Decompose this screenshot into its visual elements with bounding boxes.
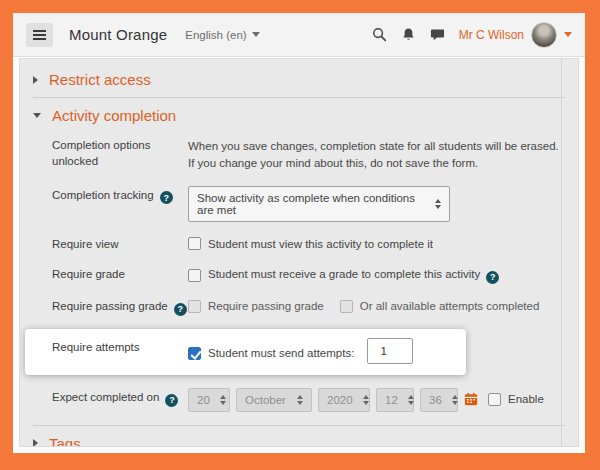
hour-select: 12 (376, 388, 414, 412)
selected-option: October (245, 394, 286, 406)
selected-option: 12 (385, 394, 398, 406)
calendar-icon[interactable] (464, 392, 478, 408)
require-grade-checkbox[interactable] (188, 269, 201, 282)
moodle-page: Mount Orange English (en) Mr C Wilson (13, 13, 585, 453)
messages-icon[interactable] (430, 27, 445, 42)
user-menu[interactable]: Mr C Wilson (459, 22, 572, 48)
require-attempts-checkbox[interactable] (188, 347, 201, 360)
day-select: 20 (188, 388, 230, 412)
completion-warning-text: When you save changes, completion state … (188, 138, 568, 173)
highlighted-require-attempts: Require attempts Student must send attem… (25, 329, 466, 375)
notifications-bell-icon[interactable] (401, 27, 416, 42)
site-title[interactable]: Mount Orange (69, 26, 167, 43)
expand-arrow-icon (33, 113, 41, 118)
minute-select: 36 (420, 388, 458, 412)
select-arrows-icon (220, 395, 226, 405)
select-arrows-icon (452, 395, 458, 405)
section-tags[interactable]: Tags (20, 428, 578, 447)
select-arrows-icon (363, 395, 369, 405)
select-arrows-icon (297, 395, 303, 405)
divider (33, 425, 565, 426)
month-select: October (236, 388, 312, 412)
row-completion-tracking: Completion tracking? Show activity as co… (20, 186, 578, 222)
field-label: Require passing grade (52, 300, 168, 312)
checkbox-label: Enable (508, 392, 544, 407)
scrollbar[interactable] (561, 59, 562, 446)
all-attempts-completed-checkbox (340, 300, 353, 313)
language-label: English (en) (185, 29, 246, 41)
selected-option: Show activity as complete when condition… (197, 192, 425, 216)
select-arrows-icon (435, 199, 441, 209)
language-menu[interactable]: English (en) (185, 29, 259, 41)
chevron-down-icon (564, 32, 572, 37)
avatar[interactable] (531, 22, 557, 48)
field-label: Require view (52, 235, 188, 253)
field-label: Require grade (52, 265, 188, 283)
section-restrict-access[interactable]: Restrict access (20, 64, 578, 95)
help-icon[interactable]: ? (160, 191, 173, 204)
menu-icon[interactable] (26, 23, 53, 47)
checkbox-label: Student must view this activity to compl… (208, 237, 433, 252)
settings-form: Restrict access Activity completion Comp… (19, 58, 579, 447)
collapse-arrow-icon (33, 439, 38, 447)
attempts-count-input[interactable] (367, 338, 413, 364)
row-require-view: Require view Student must view this acti… (20, 235, 578, 253)
screenshot-frame: Mount Orange English (en) Mr C Wilson (0, 0, 600, 470)
help-icon[interactable]: ? (486, 271, 499, 284)
checkbox-label: Student must receive a grade to complete… (208, 267, 499, 284)
checkbox-label: Or all available attempts completed (360, 299, 540, 314)
require-passing-grade-checkbox (188, 300, 201, 313)
enable-checkbox[interactable] (488, 393, 501, 406)
search-icon[interactable] (372, 27, 387, 42)
year-select: 2020 (318, 388, 370, 412)
row-expect-completed-on: Expect completed on? 20 October 2020 (20, 388, 578, 412)
completion-tracking-select[interactable]: Show activity as complete when condition… (188, 186, 450, 222)
row-require-attempts: Require attempts Student must send attem… (25, 338, 466, 364)
field-label: Completion tracking (52, 189, 154, 201)
user-name: Mr C Wilson (459, 28, 524, 42)
field-label: Completion options unlocked (52, 136, 188, 169)
selected-option: 2020 (327, 394, 353, 406)
divider (33, 97, 565, 98)
selected-option: 20 (197, 394, 210, 406)
selected-option: 36 (429, 394, 442, 406)
section-activity-completion[interactable]: Activity completion (20, 100, 578, 131)
field-label: Expect completed on (52, 391, 159, 403)
section-title: Tags (49, 435, 81, 447)
chevron-down-icon (252, 32, 260, 37)
field-label: Require attempts (52, 338, 188, 356)
help-icon[interactable]: ? (165, 394, 178, 407)
row-require-grade: Require grade Student must receive a gra… (20, 265, 578, 284)
require-view-checkbox[interactable] (188, 237, 201, 250)
checkbox-label: Require passing grade (208, 299, 324, 314)
section-title: Activity completion (52, 107, 176, 124)
row-require-passing-grade: Require passing grade? Require passing g… (20, 297, 578, 316)
row-completion-options: Completion options unlocked When you sav… (20, 136, 578, 173)
select-arrows-icon (408, 395, 414, 405)
section-title: Restrict access (49, 71, 151, 88)
collapse-arrow-icon (33, 76, 38, 84)
help-icon[interactable]: ? (174, 303, 187, 316)
top-navbar: Mount Orange English (en) Mr C Wilson (13, 13, 585, 57)
checkbox-label: Student must send attempts: (208, 346, 354, 361)
